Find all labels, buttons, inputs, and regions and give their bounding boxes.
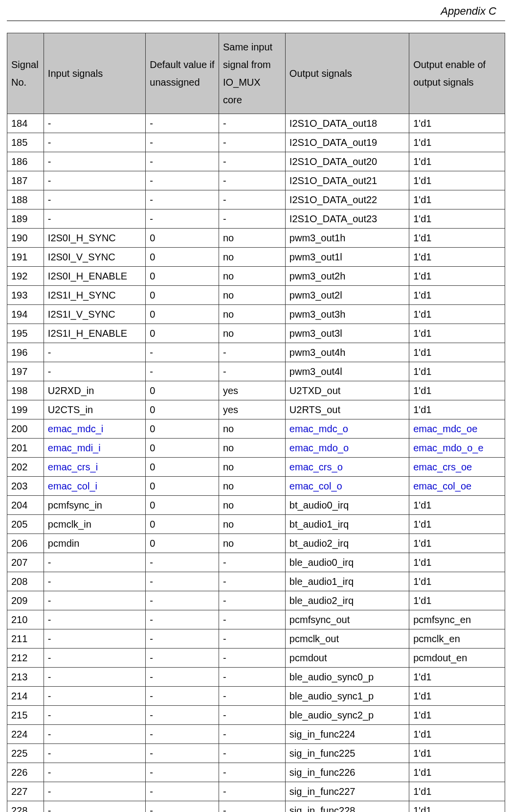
cell-def: -: [146, 706, 219, 725]
table-row: 214---ble_audio_sync1_p1'd1: [7, 687, 505, 706]
cell-mux: no: [219, 305, 285, 324]
cell-in: -: [44, 133, 145, 152]
table-row: 187---I2S1O_DATA_out211'd1: [7, 171, 505, 190]
table-row: 198U2RXD_in0yesU2TXD_out1'd1: [7, 381, 505, 400]
signal-table: Signal No. Input signals Default value i…: [7, 33, 505, 812]
cell-oe: 1'd1: [409, 190, 505, 209]
table-row: 227---sig_in_func2271'd1: [7, 782, 505, 801]
cell-no: 212: [7, 649, 44, 668]
cell-def: 0: [146, 248, 219, 267]
cell-oe: emac_mdo_o_e: [409, 439, 505, 458]
cell-mux: -: [219, 610, 285, 629]
cell-no: 189: [7, 209, 44, 229]
cell-in: pcmfsync_in: [44, 496, 145, 515]
cell-def: 0: [146, 419, 219, 439]
table-row: 204pcmfsync_in0nobt_audio0_irq1'd1: [7, 496, 505, 515]
cell-out: ble_audio1_irq: [285, 572, 409, 591]
table-row: 213---ble_audio_sync0_p1'd1: [7, 668, 505, 687]
cell-oe: 1'd1: [409, 782, 505, 801]
cell-def: 0: [146, 439, 219, 458]
cell-def: 0: [146, 400, 219, 419]
cell-out: pwm3_out3l: [285, 324, 409, 343]
col-default-value: Default value if unassigned: [146, 33, 219, 114]
cell-no: 205: [7, 515, 44, 534]
cell-out: pwm3_out4h: [285, 343, 409, 362]
cell-out: sig_in_func225: [285, 744, 409, 763]
cell-oe: pcmclk_en: [409, 629, 505, 649]
cell-oe: 1'd1: [409, 744, 505, 763]
cell-out: I2S1O_DATA_out18: [285, 114, 409, 133]
cell-in: -: [44, 553, 145, 572]
cell-def: -: [146, 362, 219, 381]
col-io-mux: Same input signal from IO_MUX core: [219, 33, 285, 114]
cell-mux: -: [219, 591, 285, 610]
cell-out: I2S1O_DATA_out19: [285, 133, 409, 152]
cell-oe: 1'd1: [409, 305, 505, 324]
header-section: Appendix C: [11, 5, 501, 18]
cell-def: 0: [146, 496, 219, 515]
cell-oe: 1'd1: [409, 572, 505, 591]
cell-def: -: [146, 610, 219, 629]
cell-out: pcmfsync_out: [285, 610, 409, 629]
cell-mux: -: [219, 209, 285, 229]
cell-mux: -: [219, 190, 285, 209]
cell-mux: no: [219, 515, 285, 534]
cell-no: 211: [7, 629, 44, 649]
col-signal-no: Signal No.: [7, 33, 44, 114]
cell-in: -: [44, 668, 145, 687]
cell-mux: -: [219, 362, 285, 381]
cell-def: -: [146, 133, 219, 152]
cell-mux: no: [219, 324, 285, 343]
cell-mux: -: [219, 744, 285, 763]
table-row: 199U2CTS_in0yesU2RTS_out1'd1: [7, 400, 505, 419]
cell-out: I2S1O_DATA_out22: [285, 190, 409, 209]
cell-in: -: [44, 801, 145, 812]
cell-def: -: [146, 572, 219, 591]
cell-in: -: [44, 209, 145, 229]
cell-out: pcmclk_out: [285, 629, 409, 649]
cell-no: 200: [7, 419, 44, 439]
cell-mux: yes: [219, 381, 285, 400]
cell-out: sig_in_func227: [285, 782, 409, 801]
cell-oe: 1'd1: [409, 248, 505, 267]
cell-no: 194: [7, 305, 44, 324]
table-row: 205pcmclk_in0nobt_audio1_irq1'd1: [7, 515, 505, 534]
cell-in: I2S1I_H_ENABLE: [44, 324, 145, 343]
cell-no: 188: [7, 190, 44, 209]
cell-no: 192: [7, 267, 44, 286]
cell-in: pcmclk_in: [44, 515, 145, 534]
cell-def: -: [146, 114, 219, 133]
col-input-signals: Input signals: [44, 33, 145, 114]
cell-in: I2S1I_H_SYNC: [44, 286, 145, 305]
cell-def: -: [146, 687, 219, 706]
cell-in: -: [44, 725, 145, 744]
cell-oe: 1'd1: [409, 496, 505, 515]
cell-no: 208: [7, 572, 44, 591]
cell-in: U2RXD_in: [44, 381, 145, 400]
cell-in: -: [44, 591, 145, 610]
cell-mux: -: [219, 629, 285, 649]
cell-def: 0: [146, 381, 219, 400]
cell-mux: -: [219, 343, 285, 362]
cell-mux: -: [219, 782, 285, 801]
cell-out: bt_audio0_irq: [285, 496, 409, 515]
cell-no: 198: [7, 381, 44, 400]
cell-in: -: [44, 629, 145, 649]
cell-oe: 1'd1: [409, 171, 505, 190]
cell-no: 191: [7, 248, 44, 267]
cell-out: pcmdout: [285, 649, 409, 668]
cell-in: emac_mdc_i: [44, 419, 145, 439]
cell-no: 202: [7, 458, 44, 477]
cell-mux: -: [219, 572, 285, 591]
cell-in: -: [44, 687, 145, 706]
table-row: 211---pcmclk_outpcmclk_en: [7, 629, 505, 649]
cell-in: I2S1I_V_SYNC: [44, 305, 145, 324]
cell-mux: no: [219, 229, 285, 248]
cell-out: pwm3_out4l: [285, 362, 409, 381]
cell-out: I2S1O_DATA_out21: [285, 171, 409, 190]
cell-mux: -: [219, 114, 285, 133]
cell-out: I2S1O_DATA_out20: [285, 152, 409, 171]
cell-out: sig_in_func226: [285, 763, 409, 782]
table-row: 193I2S1I_H_SYNC0nopwm3_out2l1'd1: [7, 286, 505, 305]
table-row: 210---pcmfsync_outpcmfsync_en: [7, 610, 505, 629]
